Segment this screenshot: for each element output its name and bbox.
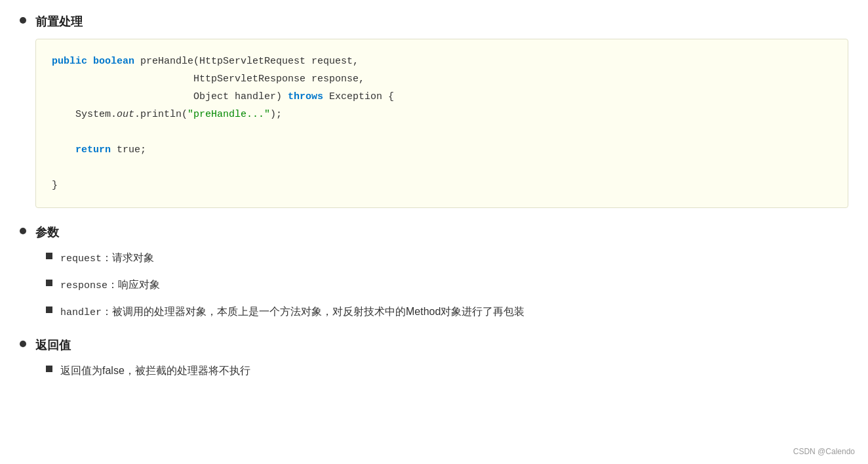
- section-params: 参数 request：请求对象 response：响应对象 handler：被调…: [20, 224, 848, 321]
- bullet-pre-handle: 前置处理: [20, 13, 848, 31]
- string-prehandle: "preHandle...": [187, 109, 270, 120]
- keyword-throws: throws: [288, 91, 323, 102]
- param-item-request: request：请求对象: [46, 249, 848, 267]
- method-name: preHandle(HttpServletRequest request,: [140, 56, 359, 67]
- code-close-brace: }: [52, 180, 58, 191]
- section-label-return: 返回值: [35, 337, 71, 354]
- code-line-2: HttpServletResponse response,: [193, 74, 365, 85]
- bullet-marker-sq-1: [46, 253, 52, 259]
- keyword-return: return: [75, 144, 111, 156]
- code-true: true;: [111, 144, 146, 156]
- bullet-marker-sq-4: [46, 366, 52, 372]
- bullet-params: 参数: [20, 224, 848, 242]
- return-text-false: 返回值为false，被拦截的处理器将不执行: [60, 362, 250, 379]
- bullet-marker-3: [20, 341, 26, 347]
- section-return-value: 返回值 返回值为false，被拦截的处理器将不执行: [20, 337, 848, 379]
- param-text-response: response：响应对象: [60, 276, 160, 294]
- return-list: 返回值为false，被拦截的处理器将不执行: [46, 362, 848, 379]
- params-list: request：请求对象 response：响应对象 handler：被调用的处…: [46, 249, 848, 321]
- keyword-boolean: boolean: [93, 56, 134, 67]
- code-paren-close: );: [270, 109, 282, 120]
- keyword-public: public: [52, 56, 87, 67]
- footer-text: CSDN @Calendo: [793, 447, 855, 456]
- bullet-marker-1: [20, 17, 26, 24]
- param-item-response: response：响应对象: [46, 276, 848, 294]
- section-pre-handle: 前置处理 public boolean preHandle(HttpServle…: [20, 13, 848, 208]
- return-item-false: 返回值为false，被拦截的处理器将不执行: [46, 362, 848, 379]
- bullet-marker-sq-2: [46, 280, 52, 286]
- code-sysout: System.out.println(: [75, 109, 187, 120]
- bullet-marker-sq-3: [46, 306, 52, 313]
- section-label-params: 参数: [35, 224, 59, 242]
- bullet-marker-2: [20, 228, 26, 234]
- code-exception: Exception {: [323, 91, 394, 102]
- param-item-handler: handler：被调用的处理器对象，本质上是一个方法对象，对反射技术中的Meth…: [46, 303, 848, 321]
- bullet-return-value: 返回值: [20, 337, 848, 354]
- section-label-pre-handle: 前置处理: [35, 13, 83, 31]
- code-block: public boolean preHandle(HttpServletRequ…: [35, 39, 848, 208]
- param-text-handler: handler：被调用的处理器对象，本质上是一个方法对象，对反射技术中的Meth…: [60, 303, 524, 321]
- code-line-3: Object handler): [193, 91, 288, 102]
- param-text-request: request：请求对象: [60, 249, 154, 267]
- footer-credit: CSDN @Calendo: [793, 447, 855, 456]
